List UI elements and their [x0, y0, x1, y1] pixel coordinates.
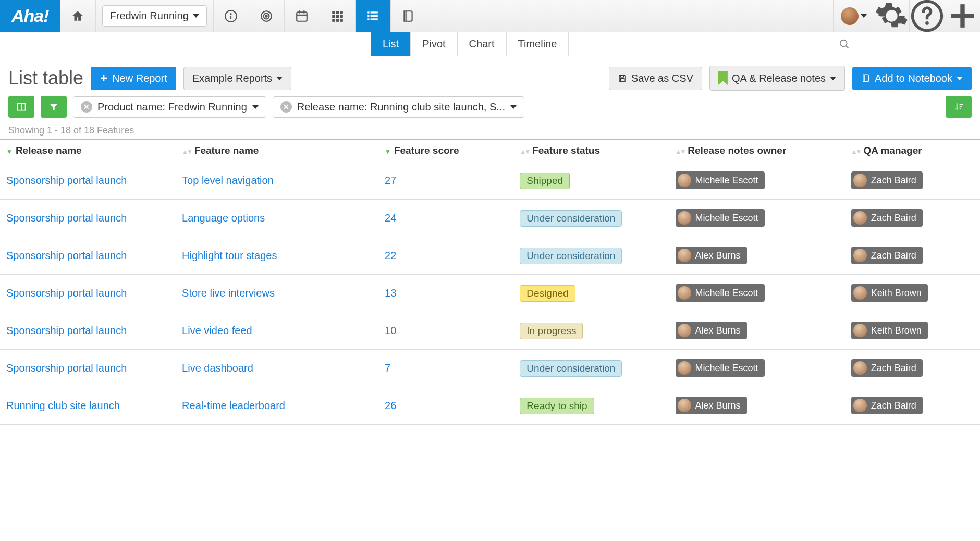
apps-grid-icon[interactable] — [320, 0, 356, 32]
qa-chip[interactable]: Keith Brown — [851, 284, 928, 302]
score-link[interactable]: 24 — [385, 212, 396, 224]
sort-desc-icon: ▼ — [385, 148, 391, 155]
tab-chart[interactable]: Chart — [458, 32, 507, 56]
score-link[interactable]: 10 — [385, 325, 396, 336]
caret-down-icon — [276, 77, 283, 80]
saved-report-dropdown[interactable]: QA & Release notes — [709, 66, 845, 91]
owner-chip[interactable]: Michelle Escott — [676, 359, 765, 377]
columns-button[interactable] — [8, 96, 34, 118]
qa-name: Zach Baird — [871, 250, 916, 261]
filter-button[interactable] — [41, 96, 67, 118]
svg-rect-6 — [297, 12, 308, 21]
filter-product-label: Product name: Fredwin Running — [97, 101, 247, 113]
table-row: Sponsorship portal launch Top level navi… — [0, 162, 980, 200]
sort-neutral-icon: ▲▼ — [182, 148, 191, 155]
add-to-notebook-button[interactable]: Add to Notebook — [852, 67, 972, 90]
save-csv-button[interactable]: Save as CSV — [609, 67, 702, 90]
qa-chip[interactable]: Keith Brown — [851, 322, 928, 339]
col-score-header[interactable]: ▼Feature score — [378, 140, 513, 162]
owner-chip[interactable]: Alex Burns — [676, 322, 747, 339]
owner-name: Michelle Escott — [695, 175, 758, 186]
qa-chip[interactable]: Zach Baird — [851, 247, 923, 264]
qa-chip[interactable]: Zach Baird — [851, 397, 923, 414]
new-report-button[interactable]: New Report — [91, 67, 176, 90]
help-icon[interactable] — [909, 0, 945, 32]
qa-chip[interactable]: Zach Baird — [851, 171, 923, 189]
release-link[interactable]: Sponsorship portal launch — [6, 212, 127, 224]
tab-timeline[interactable]: Timeline — [507, 32, 569, 56]
owner-chip[interactable]: Michelle Escott — [676, 209, 765, 227]
features-table: ▼Release name ▲▼Feature name ▼Feature sc… — [0, 140, 980, 425]
release-link[interactable]: Sponsorship portal launch — [6, 325, 127, 336]
notebook-icon — [861, 73, 871, 83]
filter-release[interactable]: ✕ Release name: Running club site launch… — [273, 96, 524, 118]
score-link[interactable]: 22 — [385, 250, 396, 261]
score-link[interactable]: 26 — [385, 400, 396, 411]
tab-list[interactable]: List — [371, 32, 411, 56]
svg-rect-14 — [336, 15, 339, 17]
owner-name: Michelle Escott — [695, 288, 758, 299]
aha-logo[interactable]: Aha! — [0, 0, 60, 32]
owner-chip[interactable]: Michelle Escott — [676, 171, 765, 189]
score-link[interactable]: 7 — [385, 362, 390, 374]
avatar — [678, 249, 691, 262]
info-icon[interactable] — [214, 0, 249, 32]
qa-chip[interactable]: Zach Baird — [851, 359, 923, 377]
qa-name: Zach Baird — [871, 213, 916, 224]
new-report-label: New Report — [112, 72, 167, 84]
release-link[interactable]: Running club site launch — [6, 400, 120, 411]
qa-name: Keith Brown — [871, 288, 922, 299]
sort-button[interactable] — [946, 96, 972, 118]
qa-chip[interactable]: Zach Baird — [851, 209, 923, 227]
caret-down-icon — [252, 105, 259, 109]
owner-chip[interactable]: Alex Burns — [676, 397, 747, 414]
caret-down-icon — [510, 105, 517, 109]
reports-icon[interactable] — [356, 0, 391, 32]
search-input[interactable] — [829, 32, 980, 56]
gear-icon[interactable] — [874, 0, 909, 32]
user-menu[interactable] — [833, 0, 874, 32]
tab-pivot[interactable]: Pivot — [411, 32, 457, 56]
close-icon[interactable]: ✕ — [280, 101, 292, 113]
target-icon[interactable] — [249, 0, 285, 32]
avatar — [853, 324, 867, 337]
feature-link[interactable]: Highlight tour stages — [182, 250, 277, 261]
svg-rect-33 — [101, 78, 107, 79]
product-selector[interactable]: Fredwin Running — [96, 0, 214, 32]
status-badge: Under consideration — [520, 210, 622, 227]
feature-link[interactable]: Language options — [182, 212, 265, 224]
home-icon[interactable] — [60, 0, 96, 32]
filter-product[interactable]: ✕ Product name: Fredwin Running — [73, 96, 266, 118]
notebook-icon[interactable] — [391, 0, 426, 32]
score-link[interactable]: 13 — [385, 287, 396, 299]
owner-chip[interactable]: Alex Burns — [676, 247, 747, 264]
feature-link[interactable]: Live video feed — [182, 325, 252, 336]
feature-link[interactable]: Live dashboard — [182, 362, 253, 374]
add-to-notebook-label: Add to Notebook — [875, 72, 952, 84]
col-qa-header[interactable]: ▲▼QA manager — [845, 140, 980, 162]
example-reports-button[interactable]: Example Reports — [183, 67, 291, 90]
col-release-header[interactable]: ▼Release name — [0, 140, 176, 162]
release-link[interactable]: Sponsorship portal launch — [6, 287, 127, 299]
page-header: List table New Report Example Reports Sa… — [0, 56, 980, 96]
feature-link[interactable]: Top level navigation — [182, 175, 274, 186]
svg-rect-10 — [333, 11, 335, 14]
col-feature-header[interactable]: ▲▼Feature name — [176, 140, 378, 162]
close-icon[interactable]: ✕ — [81, 101, 92, 113]
svg-rect-23 — [368, 18, 370, 20]
owner-name: Alex Burns — [695, 325, 741, 336]
feature-link[interactable]: Store live interviews — [182, 287, 275, 299]
saved-report-label: QA & Release notes — [732, 72, 826, 84]
col-owner-header[interactable]: ▲▼Release notes owner — [669, 140, 845, 162]
release-link[interactable]: Sponsorship portal launch — [6, 362, 127, 374]
feature-link[interactable]: Real-time leaderboard — [182, 400, 285, 411]
plus-icon[interactable] — [945, 0, 980, 32]
filter-icon — [48, 102, 59, 112]
avatar — [853, 361, 867, 375]
col-status-header[interactable]: ▲▼Feature status — [513, 140, 669, 162]
score-link[interactable]: 27 — [385, 175, 396, 186]
owner-chip[interactable]: Michelle Escott — [676, 284, 765, 302]
calendar-icon[interactable] — [285, 0, 320, 32]
release-link[interactable]: Sponsorship portal launch — [6, 250, 127, 261]
release-link[interactable]: Sponsorship portal launch — [6, 175, 127, 186]
